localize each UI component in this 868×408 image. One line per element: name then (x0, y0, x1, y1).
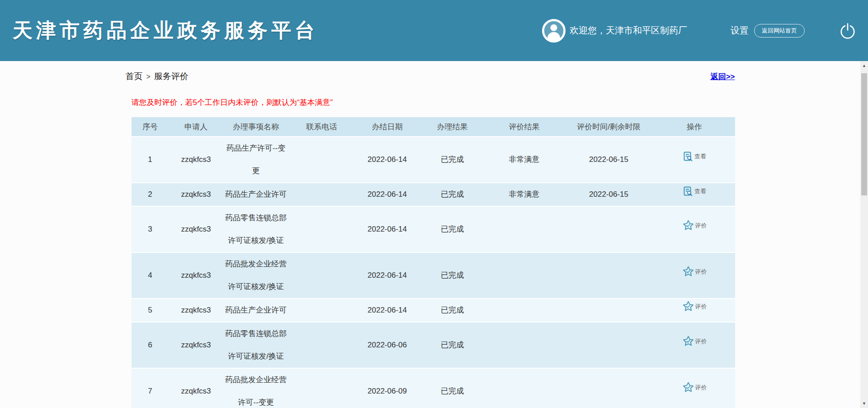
cell-applicant: zzqkfcs3 (169, 148, 223, 171)
cell-result: 已完成 (420, 183, 485, 206)
col-header-evaluation: 评价结果 (485, 122, 564, 132)
cell-item: 药品生产许可--变更 (223, 137, 289, 182)
cell-finish-date: 2022-06-14 (355, 218, 420, 241)
cell-applicant: zzqkfcs3 (169, 183, 223, 206)
col-header-item: 办理事项名称 (223, 122, 289, 132)
cell-seq: 4 (132, 264, 169, 287)
table-row: 2zzqkfcs3药品生产企业许可2022-06-14已完成非常满意2022-0… (132, 183, 735, 207)
cell-seq: 7 (132, 380, 169, 403)
rate-button[interactable]: 评价 (682, 266, 707, 278)
col-header-action: 操作 (654, 122, 735, 132)
document-search-icon (683, 151, 693, 162)
cell-result: 已完成 (420, 264, 485, 287)
document-search-icon (683, 186, 693, 197)
cell-evaluation: 非常满意 (485, 148, 564, 171)
power-icon[interactable] (839, 22, 856, 39)
return-site-home-button[interactable]: 返回网站首页 (754, 24, 805, 38)
col-header-applicant: 申请人 (169, 122, 223, 132)
star-check-icon (682, 219, 694, 232)
cell-applicant: zzqkfcs3 (169, 334, 223, 356)
cell-action: 评价 (654, 299, 735, 322)
welcome-text: 欢迎您，天津市和平区制药厂 (570, 24, 687, 37)
action-label: 评价 (695, 337, 707, 346)
cell-item: 药品生产企业许可 (223, 299, 289, 322)
star-check-icon (682, 381, 694, 394)
cell-eval-time: 2022-06-15 (564, 148, 654, 171)
col-header-seq: 序号 (132, 122, 169, 132)
header-right: 欢迎您，天津市和平区制药厂 设置 返回网站首页 (542, 19, 856, 43)
action-label: 评价 (695, 303, 707, 311)
cell-item: 药品生产企业许可 (223, 183, 289, 206)
cell-result: 已完成 (420, 148, 485, 171)
cell-applicant: zzqkfcs3 (169, 264, 223, 287)
settings-button[interactable]: 设置 (731, 24, 749, 37)
cell-seq: 6 (132, 334, 169, 356)
site-title: 天津市药品企业政务服务平台 (13, 17, 318, 44)
table-row: 5zzqkfcs3药品生产企业许可2022-06-14已完成评价 (132, 299, 735, 323)
back-link[interactable]: 返回>> (711, 71, 735, 82)
action-label: 查看 (694, 152, 706, 161)
cell-seq: 5 (132, 299, 169, 322)
cell-item: 药品零售连锁总部许可证核发/换证 (223, 207, 289, 252)
cell-action: 查看 (654, 148, 735, 171)
cell-finish-date: 2022-06-14 (355, 183, 420, 206)
view-button[interactable]: 查看 (683, 186, 706, 197)
cell-seq: 1 (132, 148, 169, 171)
cell-seq: 3 (132, 218, 169, 241)
evaluation-table: 序号 申请人 办理事项名称 联系电话 办结日期 办理结果 评价结果 评价时间/剩… (132, 117, 735, 408)
col-header-finish-date: 办结日期 (355, 122, 420, 132)
star-check-icon (682, 266, 694, 278)
table-row: 6zzqkfcs3药品零售连锁总部许可证核发/换证2022-06-06已完成评价 (132, 323, 735, 369)
cell-eval-time: 2022-06-15 (564, 183, 654, 206)
rate-button[interactable]: 评价 (682, 219, 707, 232)
vertical-scrollbar[interactable]: ▲ ▼ (860, 61, 868, 408)
table-body: 1zzqkfcs3药品生产许可--变更2022-06-14已完成非常满意2022… (132, 137, 735, 408)
cell-action: 评价 (654, 264, 735, 287)
cell-result: 已完成 (420, 380, 485, 403)
action-label: 评价 (695, 222, 707, 230)
rate-button[interactable]: 评价 (682, 381, 707, 394)
action-label: 查看 (694, 187, 706, 195)
cell-seq: 2 (132, 183, 169, 206)
col-header-phone: 联系电话 (289, 122, 355, 132)
cell-evaluation: 非常满意 (485, 183, 564, 206)
cell-finish-date: 2022-06-14 (355, 264, 420, 287)
table-row: 3zzqkfcs3药品零售连锁总部许可证核发/换证2022-06-14已完成评价 (132, 207, 735, 253)
star-check-icon (682, 335, 694, 347)
cell-applicant: zzqkfcs3 (169, 380, 223, 403)
cell-item: 药品批发企业经营许可证核发/换证 (223, 253, 289, 298)
rate-button[interactable]: 评价 (682, 335, 707, 347)
cell-action: 评价 (654, 380, 735, 403)
cell-result: 已完成 (420, 334, 485, 356)
cell-action: 查看 (654, 183, 735, 206)
main-area: 首页>服务评价 返回>> 请您及时评价，若5个工作日内未评价，则默认为“基本满意… (0, 61, 860, 408)
page: 天津市药品企业政务服务平台 欢迎您，天津市和平区制药厂 设置 返回网站首页 (0, 0, 868, 408)
cell-finish-date: 2022-06-09 (355, 380, 420, 403)
table-row: 7zzqkfcs3药品批发企业经营许可--变更2022-06-09已完成评价 (132, 369, 735, 408)
col-header-result: 办理结果 (420, 122, 485, 132)
cell-result: 已完成 (420, 299, 485, 322)
breadcrumb-current: 服务评价 (154, 71, 189, 81)
breadcrumb: 首页>服务评价 (126, 71, 189, 82)
cell-action: 评价 (654, 218, 735, 241)
cell-finish-date: 2022-06-14 (355, 299, 420, 322)
header: 天津市药品企业政务服务平台 欢迎您，天津市和平区制药厂 设置 返回网站首页 (0, 0, 868, 61)
col-header-eval-time: 评价时间/剩余时限 (564, 122, 654, 132)
scroll-down-icon[interactable]: ▼ (860, 399, 868, 408)
action-label: 评价 (695, 268, 707, 276)
table-header-row: 序号 申请人 办理事项名称 联系电话 办结日期 办理结果 评价结果 评价时间/剩… (132, 117, 735, 137)
user-avatar-icon (542, 19, 566, 43)
rate-button[interactable]: 评价 (682, 300, 707, 313)
table-row: 1zzqkfcs3药品生产许可--变更2022-06-14已完成非常满意2022… (132, 137, 735, 183)
cell-finish-date: 2022-06-06 (355, 334, 420, 356)
cell-action: 评价 (654, 334, 735, 356)
table-row: 4zzqkfcs3药品批发企业经营许可证核发/换证2022-06-14已完成评价 (132, 253, 735, 299)
action-label: 评价 (695, 384, 707, 392)
view-button[interactable]: 查看 (683, 151, 706, 162)
cell-applicant: zzqkfcs3 (169, 299, 223, 322)
breadcrumb-home[interactable]: 首页 (126, 71, 143, 81)
cell-item: 药品零售连锁总部许可证核发/换证 (223, 323, 289, 368)
scroll-up-icon[interactable]: ▲ (860, 61, 868, 70)
scrollbar-thumb[interactable] (861, 73, 867, 195)
breadcrumb-separator: > (146, 73, 151, 81)
